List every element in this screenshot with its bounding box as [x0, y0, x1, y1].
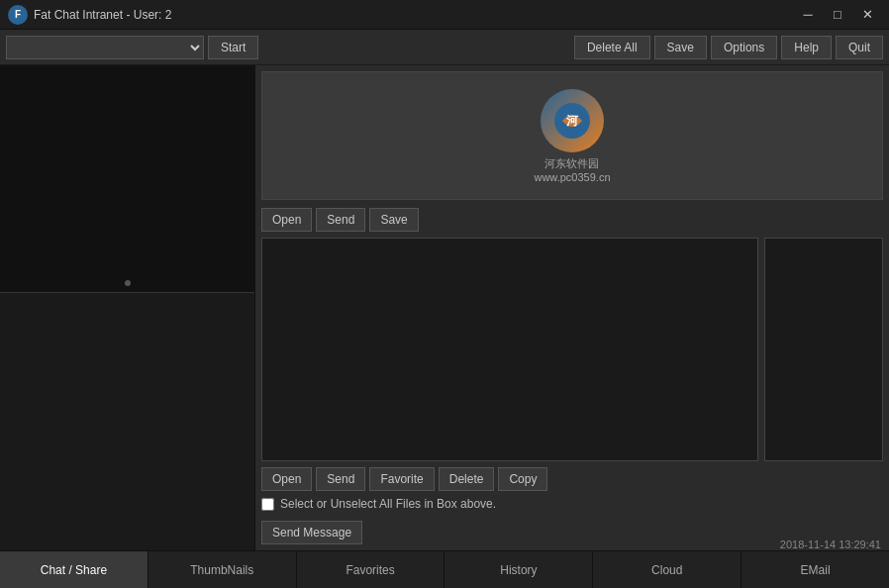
start-button[interactable]: Start	[208, 36, 258, 59]
tab-cloud[interactable]: Cloud	[593, 551, 741, 588]
title-bar: F Fat Chat Intranet - User: 2 ─ □ ✕	[0, 0, 889, 30]
delete-all-button[interactable]: Delete All	[574, 36, 650, 59]
watermark-logo: 河	[541, 89, 604, 152]
left-panel	[0, 65, 255, 550]
bottom-tabs: Chat / Share ThumbNails Favorites Histor…	[0, 550, 889, 588]
files-buttons-row: Open Send Favorite Delete Copy	[261, 467, 883, 491]
save-button[interactable]: Save	[654, 36, 707, 59]
svg-text:河: 河	[566, 114, 579, 128]
tab-thumbnails[interactable]: ThumbNails	[148, 551, 297, 588]
files-favorite-button[interactable]: Favorite	[369, 467, 434, 491]
main-area: 河 河东软件园 www.pc0359.cn Open Send Save Ope…	[0, 65, 889, 550]
watermark: 河 河东软件园 www.pc0359.cn	[534, 89, 610, 183]
files-copy-button[interactable]: Copy	[498, 467, 547, 491]
quit-button[interactable]: Quit	[836, 36, 883, 59]
files-preview-box	[764, 238, 883, 461]
tab-email[interactable]: EMail	[741, 551, 889, 588]
scroll-indicator	[125, 280, 131, 286]
image-display-area: 河 河东软件园 www.pc0359.cn	[261, 71, 883, 200]
window-controls: ─ □ ✕	[794, 5, 881, 25]
image-send-button[interactable]: Send	[316, 208, 365, 232]
select-all-row: Select or Unselect All Files in Box abov…	[261, 497, 883, 511]
left-top-panel	[0, 65, 254, 293]
image-buttons-row: Open Send Save	[261, 208, 883, 232]
status-bar: 2018-11-14 13:29:41	[780, 539, 881, 550]
files-list-box[interactable]	[261, 238, 758, 461]
tab-history[interactable]: History	[444, 551, 593, 588]
files-row	[261, 238, 883, 461]
image-save-button[interactable]: Save	[369, 208, 418, 232]
tab-favorites[interactable]: Favorites	[297, 551, 445, 588]
files-delete-button[interactable]: Delete	[439, 467, 495, 491]
image-open-button[interactable]: Open	[261, 208, 312, 232]
minimize-button[interactable]: ─	[794, 5, 822, 25]
left-bottom-panel	[0, 293, 254, 550]
send-message-button[interactable]: Send Message	[261, 521, 362, 544]
title-text: Fat Chat Intranet - User: 2	[34, 8, 794, 22]
select-all-label: Select or Unselect All Files in Box abov…	[280, 497, 496, 511]
watermark-line1: 河东软件园	[544, 156, 599, 171]
close-button[interactable]: ✕	[853, 5, 881, 25]
app-icon: F	[8, 5, 28, 25]
files-open-button[interactable]: Open	[261, 467, 312, 491]
datetime-display: 2018-11-14 13:29:41	[780, 539, 881, 550]
select-all-checkbox[interactable]	[261, 498, 274, 511]
maximize-button[interactable]: □	[824, 5, 851, 25]
toolbar: Start Delete All Save Options Help Quit	[0, 30, 889, 65]
user-dropdown[interactable]	[6, 36, 204, 59]
options-button[interactable]: Options	[711, 36, 777, 59]
help-button[interactable]: Help	[781, 36, 832, 59]
right-panel: 河 河东软件园 www.pc0359.cn Open Send Save Ope…	[255, 65, 889, 550]
watermark-line2: www.pc0359.cn	[534, 171, 610, 183]
tab-chat-share[interactable]: Chat / Share	[0, 551, 148, 588]
files-send-button[interactable]: Send	[316, 467, 365, 491]
